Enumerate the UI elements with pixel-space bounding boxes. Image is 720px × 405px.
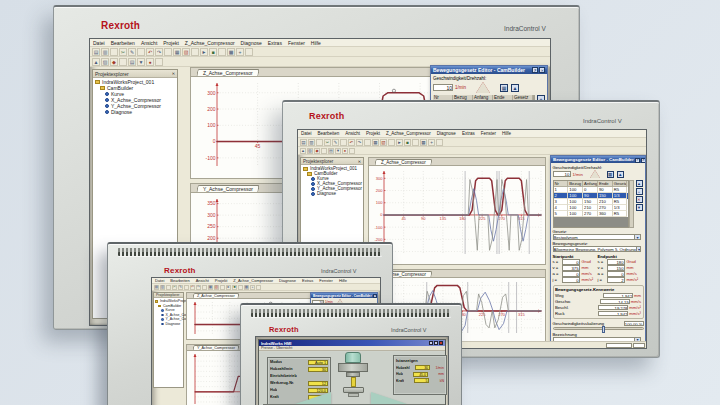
toolbar-icon[interactable]: ↶	[348, 139, 355, 146]
toolbar-icon[interactable]	[202, 285, 207, 290]
toolbar-icon[interactable]: ▼	[137, 58, 145, 66]
close-icon[interactable]: ✕	[641, 158, 645, 163]
table-scrollbar[interactable]	[629, 180, 634, 228]
toolbar-icon[interactable]	[245, 48, 253, 56]
move-down-icon[interactable]: ▼	[636, 204, 643, 211]
chart-tab[interactable]: Z_Achse_Compressor	[374, 159, 432, 165]
speed-field[interactable]: 10	[433, 84, 453, 91]
table-row[interactable]: 5 100 270 360 R5	[554, 211, 628, 217]
menu-item[interactable]: Fenster	[316, 278, 336, 283]
status-field[interactable]: 45,0	[413, 372, 428, 377]
toolbar-icon[interactable]: ◆	[110, 58, 118, 66]
toolbar-icon[interactable]: ▦	[208, 285, 213, 290]
toolbar-icon[interactable]	[184, 285, 189, 290]
toolbar-icon[interactable]: +	[428, 139, 435, 146]
toolbar-icon[interactable]	[321, 148, 327, 154]
close-icon[interactable]: ✕	[358, 159, 361, 164]
menu-item[interactable]: Extras	[459, 131, 478, 136]
menu-item[interactable]: Z_Achse_Compressor	[182, 40, 238, 46]
toolbar-icon[interactable]: ▲	[92, 58, 100, 66]
toolbar-icon[interactable]: ■	[209, 48, 217, 56]
menu-item[interactable]: Datei	[298, 131, 315, 136]
toolbar-icon[interactable]	[191, 48, 199, 56]
toolbar-icon[interactable]: ◆	[314, 148, 320, 154]
param-field[interactable]: 2	[607, 277, 625, 283]
menu-item[interactable]: Hilfe	[308, 40, 324, 46]
add-row-icon[interactable]: +	[636, 188, 643, 195]
toolbar-icon[interactable]: ▨	[307, 148, 313, 154]
toolbar-icon[interactable]: ▥	[308, 139, 315, 146]
menu-item[interactable]: Projekt	[160, 40, 182, 46]
toolbar-icon[interactable]: ■	[232, 285, 237, 290]
toolbar-icon[interactable]	[436, 139, 443, 146]
menu-item[interactable]: Bearbeiten	[167, 278, 192, 283]
toolbar-icon[interactable]: ✂	[172, 285, 177, 290]
menu-item[interactable]: Datei	[90, 40, 108, 46]
toolbar-icon[interactable]: ↶	[190, 285, 195, 290]
chart-plot[interactable]: 3002001000-100-200-300459013518022527031…	[368, 165, 546, 265]
toolbar-icon[interactable]: ▩	[227, 48, 235, 56]
toolbar-icon[interactable]	[364, 139, 371, 146]
menu-item[interactable]: Fenster	[285, 40, 308, 46]
speed-slider[interactable]	[553, 327, 644, 330]
close-icon[interactable]: ✕	[373, 294, 377, 298]
param-field[interactable]: 150	[607, 265, 625, 271]
table-view-button[interactable]: ▦	[500, 84, 508, 92]
menu-item[interactable]: Diagnose	[434, 131, 459, 136]
toolbar-icon[interactable]	[166, 285, 171, 290]
slider-thumb[interactable]	[602, 326, 605, 333]
toolbar-icon[interactable]: +	[250, 285, 255, 290]
hmi-menu-strip[interactable]: Presse - Übersicht	[259, 346, 445, 351]
toolbar-icon[interactable]: ▥	[160, 285, 165, 290]
toolbar-icon[interactable]: ■	[404, 139, 411, 146]
toolbar-icon[interactable]: ●	[146, 58, 154, 66]
toolbar-icon[interactable]: ▤	[154, 285, 159, 290]
toolbar-icon[interactable]	[256, 285, 261, 290]
toolbar-icon[interactable]: ▩	[244, 285, 249, 290]
menu-item[interactable]: Extras	[265, 40, 285, 46]
param-field[interactable]: 0	[562, 277, 580, 283]
toolbar-icon[interactable]: ▦	[173, 48, 181, 56]
menu-item[interactable]: Datei	[152, 278, 167, 283]
slider-value[interactable]: 100,00 %	[624, 321, 644, 327]
toolbar-icon[interactable]: ▥	[101, 48, 109, 56]
chart-tab[interactable]: Z_Achse_Compressor	[196, 69, 259, 76]
table-view-button[interactable]: ▦	[607, 171, 614, 178]
toolbar-icon[interactable]	[110, 48, 118, 56]
menu-item[interactable]: Diagnose	[276, 278, 299, 283]
minimize-icon[interactable]	[429, 341, 433, 345]
toolbar-icon[interactable]: ✎	[128, 48, 136, 56]
menu-item[interactable]: Diagnose	[238, 40, 265, 46]
toolbar-icon[interactable]: ▤	[328, 148, 334, 154]
param-field[interactable]: Auto 1	[308, 360, 328, 366]
toolbar-icon[interactable]: ▧	[182, 48, 190, 56]
chart-tab[interactable]: Z_Achse_Compressor	[193, 293, 240, 298]
status-field[interactable]: 5	[414, 378, 429, 383]
toolbar-icon[interactable]: ►	[226, 285, 231, 290]
menu-item[interactable]: Ansicht	[342, 131, 363, 136]
menu-item[interactable]: Bearbeiten	[108, 40, 138, 46]
toolbar-icon[interactable]: ▧	[380, 139, 387, 146]
param-field[interactable]: 180	[607, 259, 625, 265]
toolbar-icon[interactable]	[316, 139, 323, 146]
menu-item[interactable]: Z_Achse_Compressor	[383, 131, 434, 136]
help-icon[interactable]: ?	[635, 158, 640, 163]
toolbar-icon[interactable]: ▦	[372, 139, 379, 146]
close-icon[interactable]	[439, 341, 443, 345]
toolbar-icon[interactable]	[119, 58, 127, 66]
toolbar-icon[interactable]: +	[236, 48, 244, 56]
toolbar-icon[interactable]	[412, 139, 419, 146]
menu-item[interactable]: Fenster	[478, 131, 499, 136]
tree-item[interactable]: Diagnose	[166, 322, 181, 327]
help-icon[interactable]: ?	[532, 67, 538, 73]
delete-row-icon[interactable]: ✕	[636, 196, 643, 203]
toolbar-icon[interactable]	[220, 285, 225, 290]
close-icon[interactable]: ✕	[172, 71, 175, 76]
param-field[interactable]: 12	[308, 381, 328, 387]
toolbar-icon[interactable]	[218, 48, 226, 56]
dialog-titlebar[interactable]: Bewegungsgesetz Editor - CamBuilder ✕	[311, 293, 377, 298]
toolbar-icon[interactable]: ✂	[119, 48, 127, 56]
param-field[interactable]: 0	[562, 271, 580, 277]
toolbar-icon[interactable]: ▤	[92, 48, 100, 56]
toolbar-icon[interactable]	[155, 58, 163, 66]
